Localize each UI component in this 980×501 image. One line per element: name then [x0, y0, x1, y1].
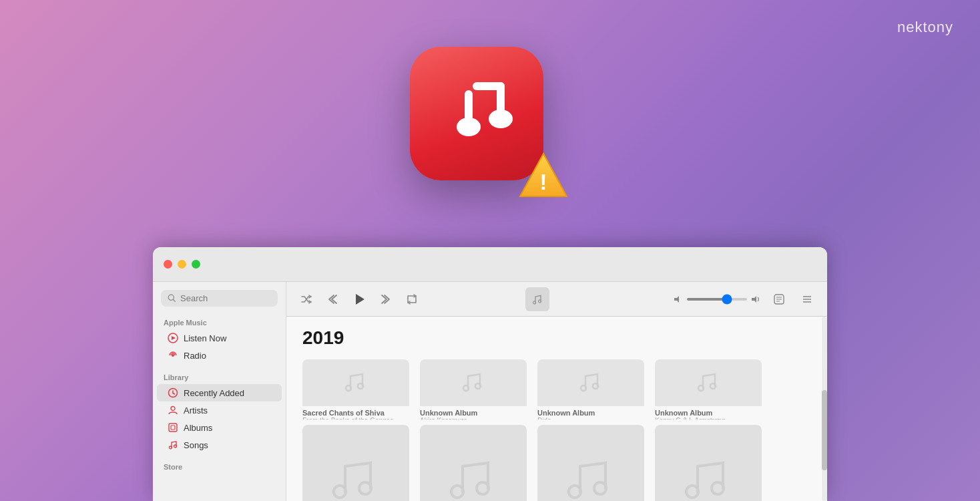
list-item[interactable]: Unknown Album Library Tapes — [302, 425, 409, 501]
listen-now-label: Listen Now — [184, 333, 226, 343]
albums-label: Albums — [184, 423, 212, 433]
toolbar-controls — [297, 288, 421, 311]
scrollbar-thumb[interactable] — [822, 390, 827, 470]
radio-icon — [168, 350, 178, 361]
back-button[interactable] — [322, 290, 341, 309]
sidebar-item-songs[interactable]: Songs — [157, 436, 282, 454]
minimize-button[interactable] — [178, 260, 186, 269]
nektony-logo: nektony — [897, 19, 953, 36]
app-icon-container: ! — [410, 47, 570, 207]
songs-label: Songs — [184, 440, 208, 450]
app-window: Apple Music Listen Now — [153, 247, 827, 501]
sidebar-item-listen-now[interactable]: Listen Now — [157, 329, 282, 347]
maximize-button[interactable] — [192, 260, 200, 269]
title-bar — [153, 247, 827, 282]
album-title-top: Unknown Album — [655, 409, 762, 417]
search-icon — [168, 294, 176, 303]
albums-row: Unknown Album Library Tapes — [302, 425, 811, 501]
main-content: 2019 Sacred Chants of Shiva — [286, 282, 827, 501]
album-subtitle-top: Akira Kosemura — [420, 417, 527, 420]
album-title-top: Unknown Album — [537, 409, 644, 417]
close-button[interactable] — [164, 260, 172, 269]
list-item[interactable]: Unknown Album Kenny G & L.Armstrong — [655, 359, 762, 420]
window-body: Apple Music Listen Now — [153, 282, 827, 501]
svg-point-38 — [710, 383, 716, 389]
svg-point-4 — [489, 110, 513, 128]
repeat-button[interactable] — [403, 290, 421, 309]
svg-marker-22 — [674, 296, 679, 303]
svg-point-20 — [533, 301, 536, 304]
svg-point-21 — [539, 300, 541, 303]
lyrics-icon — [773, 293, 785, 305]
search-input[interactable] — [180, 293, 271, 303]
albums-icon — [168, 422, 178, 433]
svg-point-17 — [170, 446, 172, 449]
svg-point-3 — [457, 118, 481, 136]
forward-button[interactable] — [377, 290, 396, 309]
svg-marker-19 — [356, 294, 364, 305]
lyrics-button[interactable] — [770, 290, 788, 309]
list-item[interactable]: Unknown Album Michael Jackson — [420, 425, 527, 501]
svg-point-36 — [593, 383, 598, 389]
svg-point-33 — [463, 385, 469, 391]
svg-point-35 — [581, 385, 586, 391]
svg-line-7 — [174, 300, 176, 302]
toolbar — [286, 282, 827, 317]
svg-point-10 — [172, 354, 174, 357]
svg-point-31 — [346, 385, 351, 391]
volume-control — [674, 295, 760, 304]
traffic-lights — [164, 260, 200, 269]
section-label-store: Store — [153, 459, 286, 474]
album-title-top: Unknown Album — [420, 409, 527, 417]
play-button[interactable] — [348, 288, 371, 311]
toolbar-right — [674, 290, 816, 309]
artists-label: Artists — [184, 405, 208, 415]
sidebar: Apple Music Listen Now — [153, 282, 286, 501]
recently-added-label: Recently Added — [184, 388, 244, 398]
radio-label: Radio — [184, 351, 206, 361]
album-subtitle-top: From the Banks of the Ganges — [302, 417, 409, 420]
svg-point-14 — [171, 407, 175, 411]
svg-rect-15 — [169, 424, 177, 432]
svg-line-13 — [173, 393, 175, 395]
list-icon — [801, 293, 813, 305]
list-item[interactable]: Unknown Album Akira Kosemura — [420, 359, 527, 420]
sidebar-item-albums[interactable]: Albums — [157, 419, 282, 436]
search-input-wrapper[interactable] — [161, 290, 278, 307]
shuffle-icon — [300, 293, 312, 305]
volume-low-icon — [674, 295, 683, 304]
list-item[interactable]: Unknown Album Moby — [537, 425, 644, 501]
sidebar-item-artists[interactable]: Artists — [157, 401, 282, 419]
listen-now-icon — [168, 333, 178, 343]
songs-icon — [168, 440, 178, 450]
list-button[interactable] — [798, 290, 816, 309]
svg-point-18 — [174, 445, 177, 448]
recently-added-icon — [168, 387, 178, 398]
section-label-library: Library — [153, 369, 286, 384]
scrollbar-track[interactable] — [822, 317, 827, 501]
section-label-apple-music: Apple Music — [153, 315, 286, 329]
svg-marker-23 — [752, 296, 756, 303]
back-icon — [326, 293, 338, 305]
svg-point-34 — [475, 383, 481, 389]
warning-badge: ! — [517, 151, 570, 202]
list-item[interactable]: Unknown Album Dido — [537, 359, 644, 420]
sidebar-item-radio[interactable]: Radio — [157, 347, 282, 364]
forward-icon — [381, 293, 393, 305]
sidebar-item-recently-added[interactable]: Recently Added — [157, 384, 282, 401]
album-subtitle-top: Kenny G & L.Armstrong — [655, 417, 762, 420]
shuffle-button[interactable] — [297, 290, 316, 309]
content-area[interactable]: 2019 Sacred Chants of Shiva — [286, 317, 827, 501]
volume-slider[interactable] — [687, 298, 747, 301]
top-albums-row: Sacred Chants of Shiva From the Banks of… — [302, 359, 811, 420]
list-item[interactable]: Sacred Chants of Shiva From the Banks of… — [302, 359, 409, 420]
svg-rect-16 — [171, 426, 175, 430]
album-subtitle-top: Dido — [537, 417, 644, 420]
search-container — [153, 290, 286, 315]
list-item[interactable]: Unknown Album Oskar Schuster — [655, 425, 762, 501]
svg-text:!: ! — [539, 169, 547, 194]
music-note-toolbar-icon — [525, 287, 549, 311]
repeat-icon — [406, 293, 418, 305]
year-header: 2019 — [302, 327, 811, 349]
artists-icon — [168, 405, 178, 415]
